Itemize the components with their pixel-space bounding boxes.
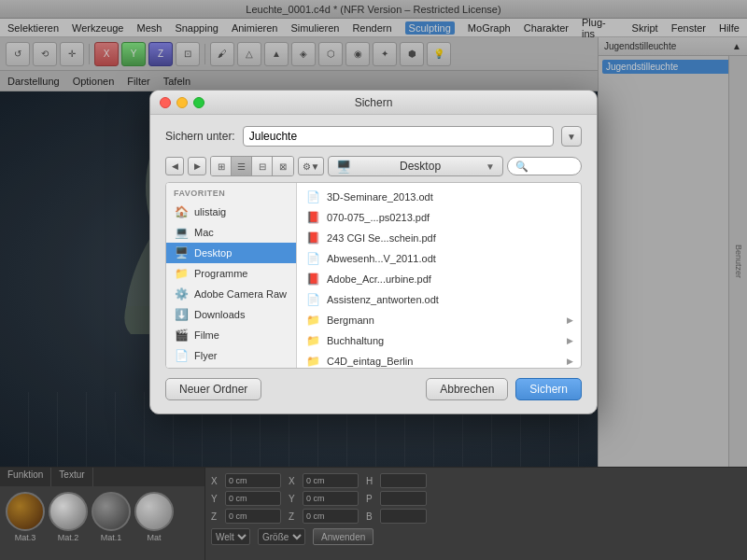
view-buttons: ⊞ ☰ ⊟ ⊠ — [210, 156, 294, 176]
folder-arrow-6: ▶ — [567, 315, 573, 325]
minimize-button[interactable] — [176, 97, 188, 108]
desktop-icon: 🖥️ — [174, 245, 189, 260]
dialog-title: Sichern — [150, 96, 597, 109]
sidebar-item-desktop[interactable]: 🖥️ Desktop — [166, 243, 296, 263]
back-button[interactable]: ◀ — [165, 157, 184, 175]
folder-icon-7: 📁 — [304, 332, 321, 349]
file-toolbar: ◀ ▶ ⊞ ☰ ⊟ ⊠ ⚙▼ 🖥️ Desktop ▼ — [165, 156, 582, 176]
folder-icon-6: 📁 — [304, 312, 321, 329]
file-item-6[interactable]: 📁 Bergmann ▶ — [297, 310, 581, 330]
sidebar-item-flyer[interactable]: 📄 Flyer — [166, 345, 296, 366]
doc-icon-3: 📄 — [304, 250, 321, 267]
new-folder-button[interactable]: Neuer Ordner — [165, 378, 261, 400]
action-btn[interactable]: ⚙▼ — [298, 157, 324, 175]
apps-icon: 📁 — [174, 266, 189, 281]
file-item-3[interactable]: 📄 Abwesenh...V_2011.odt — [297, 248, 581, 269]
file-item-0[interactable]: 📄 3D-Seminare_2013.odt — [297, 187, 581, 207]
file-browser: FAVORITEN 🏠 ulistaig 💻 Mac 🖥️ Desktop — [165, 182, 582, 369]
location-dropdown[interactable]: 🖥️ Desktop ▼ — [328, 156, 503, 176]
sidebar-section-label: FAVORITEN — [166, 189, 296, 202]
view-icon-btn[interactable]: ⊞ — [211, 157, 232, 175]
close-button[interactable] — [160, 97, 171, 108]
filename-row: Sichern unter: ▼ — [165, 126, 582, 147]
file-item-8[interactable]: 📁 C4D_eintag_Berlin ▶ — [297, 351, 581, 368]
folder-arrow-7: ▶ — [567, 336, 573, 345]
file-item-4[interactable]: 📕 Adobe_Acr...urbine.pdf — [297, 269, 581, 289]
save-button[interactable]: Sichern — [515, 378, 582, 400]
pdf-icon-1: 📕 — [304, 209, 321, 226]
forward-button[interactable]: ▶ — [188, 157, 206, 175]
pdf-icon-4: 📕 — [304, 271, 321, 287]
sidebar-item-mac[interactable]: 💻 Mac — [166, 222, 296, 243]
dialog-footer: Neuer Ordner Abbrechen Sichern — [150, 369, 597, 413]
dialog-body: Sichern unter: ▼ ◀ ▶ ⊞ ☰ ⊟ ⊠ ⚙▼ 🖥️ Deskt… — [150, 115, 597, 369]
doc-icon-5: 📄 — [304, 291, 321, 308]
sidebar-item-dropbox[interactable]: 📦 Dropbox — [166, 366, 296, 368]
view-list-btn[interactable]: ☰ — [232, 157, 252, 175]
sidebar-item-programme[interactable]: 📁 Programme — [166, 263, 296, 284]
view-columns-btn[interactable]: ⊟ — [252, 157, 273, 175]
pdf-icon-2: 📕 — [304, 230, 321, 246]
downloads-icon: ⬇️ — [174, 307, 189, 322]
cancel-button[interactable]: Abbrechen — [426, 378, 508, 400]
save-dialog: Sichern Sichern unter: ▼ ◀ ▶ ⊞ ☰ ⊟ ⊠ ⚙▼ — [149, 90, 598, 414]
home-icon: 🏠 — [174, 204, 189, 219]
sidebar-item-ulistaig[interactable]: 🏠 ulistaig — [166, 202, 296, 222]
folder-icon-8: 📁 — [304, 353, 321, 368]
dialog-overlay: Sichern Sichern unter: ▼ ◀ ▶ ⊞ ☰ ⊟ ⊠ ⚙▼ — [0, 0, 747, 560]
dialog-titlebar: Sichern — [150, 91, 597, 115]
doc-icon-0: 📄 — [304, 189, 321, 205]
view-cover-btn[interactable]: ⊠ — [273, 157, 293, 175]
sidebar-item-downloads[interactable]: ⬇️ Downloads — [166, 304, 296, 325]
sidebar-item-filme[interactable]: 🎬 Filme — [166, 325, 296, 345]
traffic-lights — [160, 97, 204, 108]
sidebar: FAVORITEN 🏠 ulistaig 💻 Mac 🖥️ Desktop — [166, 183, 297, 368]
file-item-7[interactable]: 📁 Buchhaltung ▶ — [297, 330, 581, 351]
file-item-1[interactable]: 📕 070-075_...ps0213.pdf — [297, 207, 581, 228]
file-item-5[interactable]: 📄 Assistenz_antworten.odt — [297, 289, 581, 310]
camera-raw-icon: ⚙️ — [174, 287, 189, 301]
expand-button[interactable]: ▼ — [561, 126, 582, 147]
folder-arrow-8: ▶ — [567, 357, 573, 366]
dialog-footer-right: Abbrechen Sichern — [426, 378, 582, 400]
file-list: 📄 3D-Seminare_2013.odt 📕 070-075_...ps02… — [297, 183, 581, 368]
file-item-2[interactable]: 📕 243 CGI Se...schein.pdf — [297, 228, 581, 248]
zoom-button[interactable] — [193, 97, 204, 108]
flyer-icon: 📄 — [174, 348, 189, 363]
filename-input[interactable] — [243, 126, 554, 147]
sidebar-item-adobe-camera-raw[interactable]: ⚙️ Adobe Camera Raw — [166, 284, 296, 304]
mac-icon: 💻 — [174, 225, 189, 240]
movies-icon: 🎬 — [174, 328, 189, 343]
filename-label: Sichern unter: — [165, 130, 235, 143]
search-input[interactable] — [507, 157, 582, 175]
